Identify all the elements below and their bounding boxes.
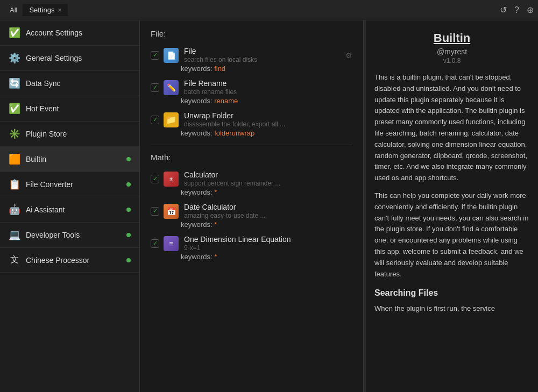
main-layout: ✅ Account Settings ⚙️ General Settings 🔄… [0,20,538,392]
sidebar-item-builtin[interactable]: 🟧 Builtin [0,147,139,172]
account-settings-icon: ✅ [9,27,20,39]
file-rename-keywords: keywords: rename [151,97,352,105]
list-item: ✓ ± Calculator support percent sign rema… [151,170,352,196]
linear-eq-plugin-info: One Dimension Linear Equation 9-x=1 [184,235,352,252]
sidebar-item-plugin-store-label: Plugin Store [26,130,131,138]
unwrap-folder-keywords: keywords: folderunwrap [151,129,352,137]
sidebar-item-chinese-processor-label: Chinese Processor [26,256,121,265]
plugin-store-icon: ✳️ [9,128,20,140]
right-panel-title: Builtin [374,31,529,45]
file-rename-plugin-icon: ✏️ [164,80,180,95]
center-panel: File: ✓ 📄 File search files on local dis… [140,20,364,392]
sidebar-item-file-converter[interactable]: 📋 File Converter [0,172,139,197]
right-panel-section-body: When the plugin is first run, the servic… [374,303,529,315]
data-sync-icon: 🔄 [9,77,20,89]
sidebar-item-chinese-processor[interactable]: 文 Chinese Processor [0,248,139,273]
ai-assistant-dot [126,208,131,212]
sidebar-item-account-settings[interactable]: ✅ Account Settings [0,20,139,46]
calculator-keywords-value: * [214,188,217,196]
file-rename-keywords-value: rename [214,97,238,105]
linear-eq-checkbox[interactable]: ✓ [151,239,159,248]
developer-tools-dot [126,233,131,237]
file-rename-plugin-desc: batch rename files [184,88,352,96]
file-plugin-info: File search files on local disks [184,47,341,63]
all-tab[interactable]: All [4,4,23,16]
calculator-plugin-name: Calculator [184,170,352,179]
builtin-dot [126,157,131,161]
chinese-processor-icon: 文 [9,254,20,266]
right-panel-para-2: This can help you complete your daily wo… [374,190,529,280]
right-panel-para-1: This is a builtin plugin, that can't be … [374,72,529,184]
file-plugin-desc: search files on local disks [184,56,341,63]
sidebar-item-file-converter-label: File Converter [26,180,121,189]
unwrap-folder-plugin-info: Unwrap Folder disassemble the folder, ex… [184,111,352,128]
sidebar-item-general-settings-label: General Settings [26,54,131,62]
file-converter-dot [126,182,131,187]
settings-tab[interactable]: Settings × [23,4,68,16]
calculator-plugin-icon: ± [164,172,180,187]
linear-eq-keywords: keywords: * [151,253,352,261]
unwrap-folder-plugin-desc: disassemble the folder, export all ... [184,120,352,128]
file-checkbox[interactable]: ✓ [151,51,159,60]
list-item: ✓ ✏️ File Rename batch rename files keyw… [151,79,352,105]
chinese-processor-dot [126,258,131,262]
unwrap-folder-plugin-name: Unwrap Folder [184,111,352,120]
linear-eq-plugin-desc: 9-x=1 [184,244,352,252]
file-section-title: File: [151,29,352,40]
sidebar-item-builtin-label: Builtin [26,155,121,163]
file-plugin-name: File [184,47,341,55]
file-rename-plugin-name: File Rename [184,79,352,88]
sidebar-item-developer-tools[interactable]: 💻 Developer Tools [0,223,139,248]
sidebar-item-ai-assistant-label: Ai Assistant [26,205,121,214]
topbar-icons: ↺ ? ⊕ [500,5,534,15]
file-plugin-icon: 📄 [164,48,180,63]
list-item: ✓ 📄 File search files on local disks ⚙ k… [151,47,352,73]
ai-assistant-icon: 🤖 [9,204,20,216]
file-keywords-value: find [214,65,225,73]
right-panel: Builtin @myrest v1.0.8 This is a builtin… [366,20,538,392]
math-section-title: Math: [151,153,352,164]
list-item: ✓ 📁 Unwrap Folder disassemble the folder… [151,111,352,137]
right-panel-version: v1.0.8 [374,57,529,65]
sidebar-item-hot-event[interactable]: ✅ Hot Event [0,96,139,122]
sidebar-item-developer-tools-label: Developer Tools [26,231,121,239]
sidebar-item-hot-event-label: Hot Event [26,104,131,113]
file-rename-plugin-info: File Rename batch rename files [184,79,352,96]
calculator-plugin-info: Calculator support percent sign remainde… [184,170,352,187]
linear-eq-plugin-name: One Dimension Linear Equation [184,235,352,244]
developer-tools-icon: 💻 [9,229,20,241]
section-divider [151,145,352,145]
calculator-checkbox[interactable]: ✓ [151,175,159,183]
builtin-icon: 🟧 [9,153,20,165]
date-calc-plugin-desc: amazing easy-to-use date ... [184,212,352,219]
file-rename-checkbox[interactable]: ✓ [151,83,159,92]
general-settings-icon: ⚙️ [9,52,20,64]
sidebar-item-data-sync[interactable]: 🔄 Data Sync [0,71,139,96]
linear-eq-plugin-icon: ≡ [164,236,180,251]
file-settings-icon[interactable]: ⚙ [345,51,352,60]
list-item: ✓ 📅 Date Calculator amazing easy-to-use … [151,203,352,229]
sidebar-item-ai-assistant[interactable]: 🤖 Ai Assistant [0,197,139,223]
help-icon[interactable]: ? [514,5,519,15]
sidebar-item-account-settings-label: Account Settings [26,28,131,37]
sidebar: ✅ Account Settings ⚙️ General Settings 🔄… [0,20,140,392]
pin-icon[interactable]: ⊕ [527,5,534,15]
sidebar-item-plugin-store[interactable]: ✳️ Plugin Store [0,122,139,147]
date-calc-plugin-info: Date Calculator amazing easy-to-use date… [184,203,352,219]
sidebar-item-general-settings[interactable]: ⚙️ General Settings [0,46,139,71]
unwrap-folder-plugin-icon: 📁 [164,112,180,127]
date-calc-keywords-value: * [214,220,217,229]
date-calc-keywords: keywords: * [151,220,352,229]
date-calc-checkbox[interactable]: ✓ [151,207,159,216]
refresh-icon[interactable]: ↺ [500,5,507,15]
hot-event-icon: ✅ [9,103,20,115]
unwrap-folder-checkbox[interactable]: ✓ [151,116,159,124]
unwrap-folder-keywords-value: folderunwrap [214,129,254,137]
right-panel-author: @myrest [374,47,529,56]
right-panel-section-title: Searching Files [374,286,529,300]
calculator-keywords: keywords: * [151,188,352,196]
right-panel-body: This is a builtin plugin, that can't be … [374,72,529,315]
date-calc-plugin-name: Date Calculator [184,203,352,211]
list-item: ✓ ≡ One Dimension Linear Equation 9-x=1 … [151,235,352,261]
close-tab-button[interactable]: × [58,6,61,14]
